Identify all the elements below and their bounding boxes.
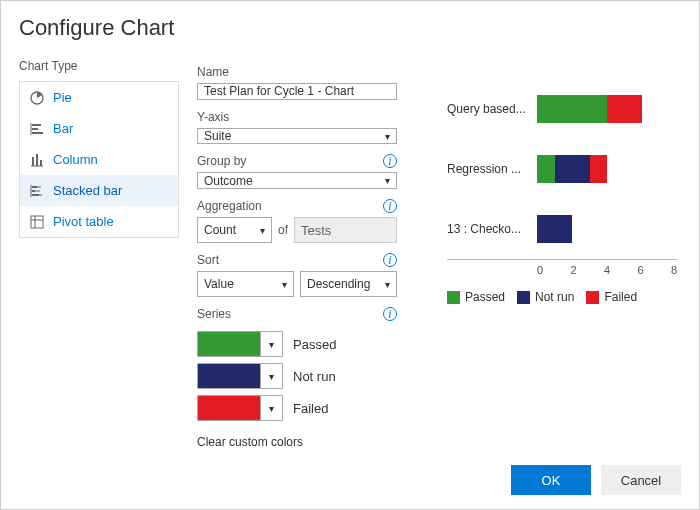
chart-type-label: Pivot table xyxy=(53,214,114,229)
chart-type-stacked-bar[interactable]: Stacked bar xyxy=(20,175,178,206)
chart-legend: PassedNot runFailed xyxy=(447,290,677,304)
aggregation-field: Tests xyxy=(294,217,397,243)
category-label: Regression ... xyxy=(447,162,537,176)
cancel-button[interactable]: Cancel xyxy=(601,465,681,495)
series-name: Failed xyxy=(293,401,328,416)
configure-form: Name Y-axis Suite▾ Group byi Outcome▾ Ag… xyxy=(197,59,397,449)
of-label: of xyxy=(278,223,288,237)
chart-type-list: PieBarColumnStacked barPivot table xyxy=(19,81,179,238)
chevron-down-icon: ▾ xyxy=(385,131,390,142)
info-icon[interactable]: i xyxy=(383,307,397,321)
chart-type-bar[interactable]: Bar xyxy=(20,113,178,144)
chart-type-column[interactable]: Column xyxy=(20,144,178,175)
groupby-select[interactable]: Outcome▾ xyxy=(197,172,397,189)
series-name: Passed xyxy=(293,337,336,352)
pivot-table-icon xyxy=(30,215,44,229)
color-picker[interactable]: ▾ xyxy=(197,395,283,421)
legend-item: Failed xyxy=(586,290,637,304)
chevron-down-icon: ▾ xyxy=(260,225,265,236)
series-label: Seriesi xyxy=(197,307,397,321)
configure-chart-dialog: Configure Chart Chart Type PieBarColumnS… xyxy=(0,0,700,510)
chart-bar-row: Query based... xyxy=(447,79,677,139)
sort-label: Sorti xyxy=(197,253,397,267)
svg-rect-8 xyxy=(40,160,42,166)
bar-segment xyxy=(607,95,642,123)
series-name: Not run xyxy=(293,369,336,384)
bar-segment xyxy=(537,155,555,183)
chevron-down-icon: ▾ xyxy=(385,175,390,186)
bar-icon xyxy=(30,122,44,136)
name-input[interactable] xyxy=(197,83,397,100)
svg-rect-6 xyxy=(32,157,34,166)
axis-tick: 6 xyxy=(637,264,643,276)
groupby-label: Group byi xyxy=(197,154,397,168)
legend-item: Not run xyxy=(517,290,574,304)
sort-field-select[interactable]: Value▾ xyxy=(197,271,294,297)
chart-preview: Query based...Regression ...13 : Checko.… xyxy=(415,59,681,449)
axis-tick: 0 xyxy=(537,264,543,276)
pie-icon xyxy=(30,91,44,105)
color-picker[interactable]: ▾ xyxy=(197,363,283,389)
series-row: ▾Not run xyxy=(197,363,397,389)
chart-type-pivot-table[interactable]: Pivot table xyxy=(20,206,178,237)
color-picker[interactable]: ▾ xyxy=(197,331,283,357)
axis-tick: 2 xyxy=(570,264,576,276)
chart-type-label: Stacked bar xyxy=(53,183,122,198)
axis-tick: 4 xyxy=(604,264,610,276)
chevron-down-icon: ▾ xyxy=(282,279,287,290)
dialog-footer: OK Cancel xyxy=(511,465,681,495)
chart-type-sidebar: Chart Type PieBarColumnStacked barPivot … xyxy=(19,59,179,449)
svg-rect-7 xyxy=(36,154,38,166)
bar-segment xyxy=(537,95,607,123)
svg-rect-13 xyxy=(35,190,40,192)
svg-rect-16 xyxy=(31,216,43,228)
svg-rect-15 xyxy=(39,194,42,196)
bar-segment xyxy=(555,155,590,183)
chart-type-label: Bar xyxy=(53,121,73,136)
svg-rect-12 xyxy=(32,190,35,192)
clear-colors-link[interactable]: Clear custom colors xyxy=(197,435,397,449)
svg-rect-14 xyxy=(32,194,39,196)
chart-bar-row: Regression ... xyxy=(447,139,677,199)
category-label: 13 : Checko... xyxy=(447,222,537,236)
name-label: Name xyxy=(197,65,397,79)
svg-rect-10 xyxy=(32,186,37,188)
stacked-bar-icon xyxy=(30,184,44,198)
axis-tick: 8 xyxy=(671,264,677,276)
svg-rect-11 xyxy=(37,186,41,188)
svg-rect-3 xyxy=(32,128,38,130)
dialog-title: Configure Chart xyxy=(19,15,681,41)
chevron-down-icon: ▾ xyxy=(260,332,282,356)
chart-type-label: Pie xyxy=(53,90,72,105)
chevron-down-icon: ▾ xyxy=(260,364,282,388)
chevron-down-icon: ▾ xyxy=(260,396,282,420)
aggregation-select[interactable]: Count▾ xyxy=(197,217,272,243)
info-icon[interactable]: i xyxy=(383,199,397,213)
chart-bar-row: 13 : Checko... xyxy=(447,199,677,259)
legend-item: Passed xyxy=(447,290,505,304)
ok-button[interactable]: OK xyxy=(511,465,591,495)
yaxis-label: Y-axis xyxy=(197,110,397,124)
series-row: ▾Failed xyxy=(197,395,397,421)
series-row: ▾Passed xyxy=(197,331,397,357)
bar-segment xyxy=(590,155,608,183)
sort-direction-select[interactable]: Descending▾ xyxy=(300,271,397,297)
chevron-down-icon: ▾ xyxy=(385,279,390,290)
info-icon[interactable]: i xyxy=(383,253,397,267)
bar-segment xyxy=(537,215,572,243)
chart-type-pie[interactable]: Pie xyxy=(20,82,178,113)
aggregation-label: Aggregationi xyxy=(197,199,397,213)
category-label: Query based... xyxy=(447,102,537,116)
svg-rect-2 xyxy=(32,124,41,126)
svg-rect-4 xyxy=(32,132,43,134)
info-icon[interactable]: i xyxy=(383,154,397,168)
chart-type-label: Column xyxy=(53,152,98,167)
yaxis-select[interactable]: Suite▾ xyxy=(197,128,397,145)
chart-type-label: Chart Type xyxy=(19,59,179,73)
column-icon xyxy=(30,153,44,167)
